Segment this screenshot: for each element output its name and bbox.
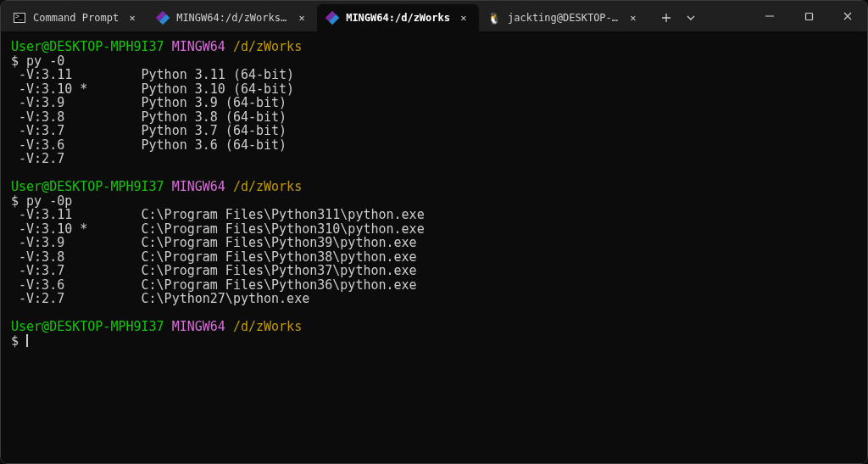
git-bash-icon bbox=[156, 11, 170, 25]
minimize-button[interactable] bbox=[750, 1, 789, 31]
close-icon[interactable]: ✕ bbox=[125, 11, 139, 25]
maximize-button[interactable] bbox=[789, 1, 828, 31]
tab-wsl[interactable]: 🐧 jackting@DESKTOP-MP ✕ bbox=[479, 4, 648, 31]
terminal-output[interactable]: User@DESKTOP-MPH9I37 MINGW64 /d/zWorks $… bbox=[1, 31, 867, 463]
tab-mingw64-zworks-s[interactable]: MINGW64:/d/zWorks/s ✕ bbox=[147, 4, 317, 31]
tab-label: MINGW64:/d/zWorks bbox=[346, 12, 450, 24]
tab-label: MINGW64:/d/zWorks/s bbox=[176, 12, 288, 24]
git-bash-icon bbox=[326, 11, 339, 25]
tab-label: Command Prompt bbox=[33, 12, 119, 24]
tab-label: jackting@DESKTOP-MP bbox=[508, 12, 620, 24]
close-icon[interactable]: ✕ bbox=[295, 11, 309, 25]
close-icon[interactable]: ✕ bbox=[626, 11, 640, 25]
tab-dropdown-button[interactable] bbox=[681, 4, 701, 31]
tab-controls bbox=[648, 4, 701, 31]
terminal-window: Command Prompt ✕ MINGW64:/d/zWorks/s ✕ M… bbox=[0, 0, 868, 464]
window-controls bbox=[750, 1, 867, 31]
close-window-button[interactable] bbox=[828, 1, 867, 31]
tab-command-prompt[interactable]: Command Prompt ✕ bbox=[4, 4, 147, 31]
tab-mingw64-zworks[interactable]: MINGW64:/d/zWorks ✕ bbox=[317, 4, 479, 31]
close-icon[interactable]: ✕ bbox=[457, 11, 470, 25]
titlebar: Command Prompt ✕ MINGW64:/d/zWorks/s ✕ M… bbox=[1, 1, 867, 31]
new-tab-button[interactable] bbox=[652, 4, 681, 31]
svg-rect-0 bbox=[805, 13, 812, 20]
cmd-icon bbox=[13, 11, 26, 25]
tux-icon: 🐧 bbox=[487, 11, 501, 25]
tab-strip: Command Prompt ✕ MINGW64:/d/zWorks/s ✕ M… bbox=[1, 1, 750, 31]
